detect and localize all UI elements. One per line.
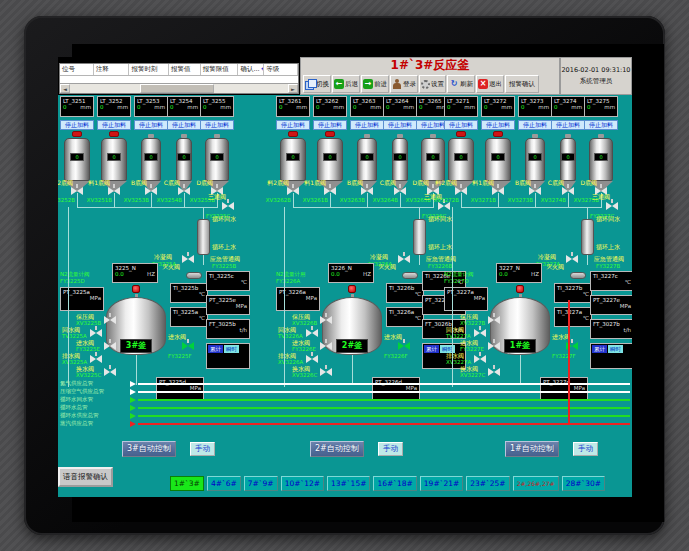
tank-level-display: 0 (491, 153, 505, 161)
cold-valve[interactable] (182, 255, 194, 263)
pipe-arrow-icon (130, 397, 136, 403)
toolbar-button-2[interactable]: ←后退 (332, 75, 360, 93)
tank-level-display: 0 (177, 153, 191, 161)
three-way-valve[interactable] (222, 202, 234, 210)
feed-status-label: 停止加料 (584, 120, 618, 130)
scrollbar-track[interactable] (70, 84, 288, 93)
left-valve[interactable] (474, 355, 486, 363)
page-nav-button-7[interactable]: 19#`21# (420, 476, 463, 491)
page-nav-button-3[interactable]: 7#`9# (244, 476, 278, 491)
page-nav-button-1[interactable]: 1#`3# (170, 476, 204, 491)
page-nav-button-6[interactable]: 16#`18# (373, 476, 416, 491)
instrument-value-row: 0.0HZ (497, 271, 541, 277)
instrument-tag: 3225_N (113, 264, 157, 271)
totalizer-total-button[interactable]: 累计 (208, 345, 223, 353)
page-nav-button-4[interactable]: 10#`12# (281, 476, 324, 491)
reactor-group-3: LT_32510mm停止加料0料2底阀XV3252BLT_32520mm停止加料… (60, 95, 250, 497)
fire-valve-label: 灭火阀 (162, 263, 180, 270)
instrument-tag: TI_3225a (171, 308, 207, 315)
pipe-line (77, 207, 218, 208)
reactor-status-display: 1#釜 (504, 339, 536, 353)
toolbar-button-1[interactable]: 切换 (303, 75, 331, 93)
left-valve[interactable] (488, 316, 500, 324)
alarm-scrollbar[interactable]: ◄ ► (60, 83, 298, 93)
left-valve[interactable] (474, 329, 486, 337)
instrument-unit: mm (296, 104, 307, 110)
valve-code: XV3252B (58, 197, 75, 203)
pipe-label: 循环水回水管 (60, 396, 93, 402)
left-valve[interactable] (306, 355, 318, 363)
totalizer-instant-button[interactable]: 瞬时 (608, 345, 623, 353)
totalizer-total-button[interactable]: 累计 (424, 345, 439, 353)
toolbar-button-5[interactable]: 设置 (419, 75, 446, 93)
toolbar-button-7[interactable]: ×退出 (476, 75, 504, 93)
scroll-right-icon[interactable]: ► (288, 84, 298, 93)
instrument-tag: 3227_N (497, 264, 541, 271)
left-valve[interactable] (104, 368, 116, 376)
feed-status-label: 停止加料 (551, 120, 585, 130)
instrument-tag: PT_3227e (591, 296, 632, 303)
left-valve-label: 保压阀 (460, 313, 478, 320)
left-valve[interactable] (104, 316, 116, 324)
left-valve[interactable] (90, 329, 102, 337)
page-nav-button-5[interactable]: 13#`15# (327, 476, 370, 491)
valve-code: XV3251B (80, 197, 112, 203)
page-nav-button-2[interactable]: 4#`6# (207, 476, 241, 491)
auto-control-button-1[interactable]: 1#自动控制 (505, 441, 559, 457)
valve-code: XV3263B (333, 197, 365, 203)
left-valve[interactable] (90, 355, 102, 363)
manual-button-3[interactable]: 手动 (190, 442, 215, 456)
toolbar-button-8[interactable]: 报警确认 (505, 75, 539, 93)
instrument-tag: TI_3226b (387, 284, 423, 291)
pipe-label: 氮气供应总管 (60, 380, 93, 386)
cold-valve[interactable] (398, 255, 410, 263)
cold-valve[interactable] (566, 255, 578, 263)
tank-top-valve-red (72, 131, 82, 137)
instrument-value-row: 0mm (201, 104, 233, 110)
instrument-value-row: ℃ (171, 315, 207, 321)
scroll-left-icon[interactable]: ◄ (60, 84, 70, 93)
totalizer-instant-button[interactable]: 瞬时 (224, 345, 239, 353)
auto-control-button-3[interactable]: 3#自动控制 (122, 441, 176, 457)
left-valve[interactable] (320, 342, 332, 350)
left-valve[interactable] (488, 368, 500, 376)
left-valve-label: 保压阀 (76, 313, 94, 320)
instrument-unit: mm (571, 104, 582, 110)
page-nav-button-10[interactable]: 28#`30# (562, 476, 605, 491)
instrument-value-row: ℃ (591, 279, 632, 285)
auto-control-button-2[interactable]: 2#自动控制 (310, 441, 364, 457)
pipe-line (138, 399, 630, 401)
left-valve[interactable] (488, 342, 500, 350)
left-valve[interactable] (104, 342, 116, 350)
totalizer-box: 累计瞬时0.0m3 (590, 343, 632, 369)
left-valve[interactable] (320, 368, 332, 376)
manual-button-2[interactable]: 手动 (378, 442, 403, 456)
scrollbar-thumb[interactable] (140, 84, 214, 93)
instrument-tag: LT_3255 (201, 97, 233, 104)
settings-gear-icon (421, 80, 430, 89)
back-arrow-icon: ← (334, 79, 344, 89)
voice-alarm-confirm-button[interactable]: 语音报警确认 (58, 467, 113, 487)
manual-button-1[interactable]: 手动 (573, 442, 598, 456)
instrument-value: 0 (279, 104, 283, 110)
left-valve-code: XV3225C (76, 372, 101, 378)
toolbar-button-3[interactable]: →前进 (361, 75, 389, 93)
page-nav-button-8[interactable]: 23#`25# (466, 476, 509, 491)
tank-level-display: 0 (144, 153, 158, 161)
page-nav-button-9[interactable]: 2#,26#,27# (513, 476, 559, 491)
pipe-line (138, 407, 630, 409)
three-way-valve-label: 三通阀 (592, 193, 610, 200)
left-valve[interactable] (306, 329, 318, 337)
totalizer-total-button[interactable]: 累计 (592, 345, 607, 353)
left-valve-label: 回水阀 (278, 326, 296, 333)
pipe-line (203, 255, 204, 265)
water-valve[interactable] (398, 342, 410, 350)
toolbar-button-6[interactable]: ↻刷新 (447, 75, 475, 93)
level-transmitter-box: LT_32720mm (481, 96, 515, 117)
three-way-valve[interactable] (606, 202, 618, 210)
instrument-tag: LT_3262 (314, 97, 346, 104)
left-valve[interactable] (320, 316, 332, 324)
toolbar-button-4[interactable]: 登录 (390, 75, 418, 93)
water-valve[interactable] (182, 342, 194, 350)
right-instrument-box: FT_3027bt/h (590, 319, 632, 339)
